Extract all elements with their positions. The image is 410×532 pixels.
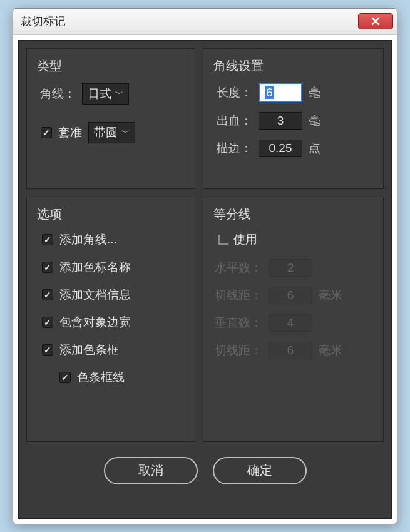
dialog-content: 类型 角线： 日式 ﹀ 套准 带圆 ﹀ [18,40,392,519]
add-doc-info-checkbox[interactable] [42,289,53,300]
add-swatch-name-checkbox[interactable] [42,262,53,273]
length-input[interactable]: 6 [259,83,302,102]
corner-label: 角线： [37,86,76,102]
option-label: 添加角线... [59,232,117,248]
type-title: 类型 [37,58,185,74]
window-title: 裁切标记 [21,14,66,29]
close-icon [371,17,380,26]
use-label: 使用 [233,232,257,248]
option-label: 添加色标名称 [59,259,131,275]
close-button[interactable] [358,13,393,29]
v-count-label: 垂直数： [213,315,262,331]
option-row: 添加色标名称 [37,259,185,275]
stroke-label: 描边： [213,140,252,156]
option-row: 添加角线... [37,232,185,248]
division-panel: 等分线 使用 水平数： 2 切线距： 6 毫米 垂直数： 4 [203,197,384,442]
add-colorbar-checkbox[interactable] [42,344,53,356]
ok-button[interactable]: 确定 [213,457,307,484]
h-dist-unit: 毫米 [319,287,342,304]
corner-style-value: 日式 [88,86,111,102]
use-division-checkbox[interactable] [218,235,228,245]
option-label: 色条框线 [77,369,125,386]
bleed-unit: 毫 [309,113,320,129]
option-label: 添加文档信息 [59,287,131,303]
corner-settings-panel: 角线设置 长度： 6 毫 出血： 3 毫 描边： 0.25 点 [203,48,384,189]
option-label: 添加色条框 [59,342,119,358]
length-unit: 毫 [309,84,320,101]
bleed-label: 出血： [213,113,252,129]
v-dist-label: 切线距： [213,342,262,359]
options-title: 选项 [37,206,185,223]
type-panel: 类型 角线： 日式 ﹀ 套准 带圆 ﹀ [26,48,195,189]
button-row: 取消 确定 [26,457,384,484]
option-label: 包含对象边宽 [59,314,131,330]
division-title: 等分线 [213,206,373,223]
option-row: 添加文档信息 [37,287,185,303]
corner-style-select[interactable]: 日式 ﹀ [82,83,129,105]
registration-label: 套准 [58,125,82,141]
v-dist-input: 6 [269,342,312,359]
options-panel: 选项 添加角线... 添加色标名称 添加文档信息 包含对象边宽 [26,197,195,442]
corner-settings-title: 角线设置 [213,58,373,74]
colorbar-line-checkbox[interactable] [59,372,71,383]
stroke-input[interactable]: 0.25 [259,140,302,157]
h-count-input: 2 [269,259,312,277]
titlebar: 裁切标记 [13,9,397,35]
stroke-unit: 点 [309,140,320,156]
option-row: 色条框线 [37,369,185,386]
option-row: 包含对象边宽 [37,314,185,330]
h-count-label: 水平数： [213,260,262,276]
chevron-down-icon: ﹀ [115,88,123,100]
h-dist-label: 切线距： [213,287,262,304]
cancel-button[interactable]: 取消 [104,457,198,484]
length-label: 长度： [213,84,252,101]
dialog-window: 裁切标记 类型 角线： 日式 ﹀ 套准 带圆 [13,8,397,524]
chevron-down-icon: ﹀ [121,127,130,138]
bleed-input[interactable]: 3 [259,112,302,130]
v-count-input: 4 [269,314,312,332]
add-corner-checkbox[interactable] [42,234,53,245]
v-dist-unit: 毫米 [319,342,342,359]
registration-style-value: 带圆 [94,125,118,141]
registration-style-select[interactable]: 带圆 ﹀ [88,122,135,143]
include-bounds-checkbox[interactable] [42,317,53,328]
h-dist-input: 6 [269,287,312,304]
option-row: 添加色条框 [37,342,185,358]
registration-checkbox[interactable] [41,127,52,138]
